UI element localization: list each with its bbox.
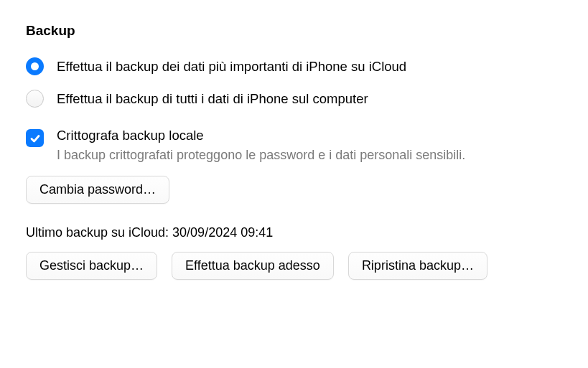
radio-unselected-icon [26, 90, 44, 108]
change-password-button[interactable]: Cambia password… [26, 176, 169, 204]
checkbox-checked-icon [26, 129, 44, 147]
checkbox-content: Crittografa backup locale I backup critt… [57, 128, 465, 163]
radio-label-icloud: Effettua il backup dei dati più importan… [57, 59, 406, 75]
checkbox-label-encrypt: Crittografa backup locale [57, 128, 465, 143]
backup-now-button[interactable]: Effettua backup adesso [172, 252, 334, 280]
restore-backup-button[interactable]: Ripristina backup… [348, 252, 487, 280]
last-backup-status: Ultimo backup su iCloud: 30/09/2024 09:4… [26, 225, 562, 240]
radio-row-icloud[interactable]: Effettua il backup dei dati più importan… [26, 57, 562, 75]
radio-label-computer: Effettua il backup di tutti i dati di iP… [57, 91, 368, 107]
radio-selected-icon [26, 57, 44, 75]
manage-backup-button[interactable]: Gestisci backup… [26, 252, 157, 280]
checkbox-row-encrypt[interactable]: Crittografa backup locale I backup critt… [26, 128, 562, 163]
checkbox-desc-encrypt: I backup crittografati proteggono le pas… [57, 148, 465, 163]
section-title: Backup [26, 23, 562, 39]
radio-row-computer[interactable]: Effettua il backup di tutti i dati di iP… [26, 90, 562, 108]
backup-button-row: Gestisci backup… Effettua backup adesso … [26, 252, 562, 280]
